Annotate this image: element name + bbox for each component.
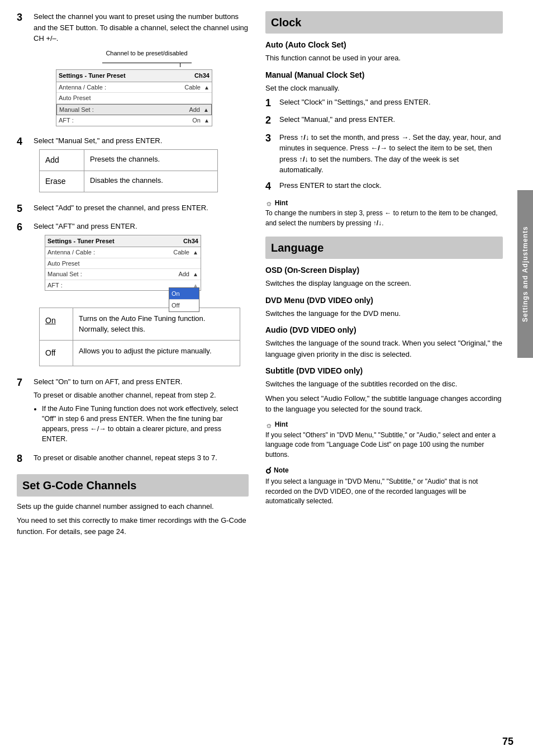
audio-header: Audio (DVD VIDEO only) [265,324,503,336]
page-number: 75 [502,736,513,748]
step-4-content: Select "Manual Set," and press ENTER. Ad… [34,135,249,197]
osd-desc: Switches the display language on the scr… [265,278,503,289]
step-8-text: To preset or disable another channel, re… [34,453,217,462]
step-3-number: 3 [17,11,34,24]
sidebar-tab: Settings and Adjustments [517,190,533,358]
step-5-number: 5 [17,202,34,215]
set-g-code-header: Set G-Code Channels [17,474,249,497]
set-g-code-body1: Sets up the guide channel number assigne… [17,501,249,512]
manual-clock-header: Manual (Manual Clock Set) [265,69,503,81]
option-desc-erase: Disables the channels. [84,171,217,192]
sb2-row-auto-preset: Auto Preset [45,258,201,270]
clock-step-3-num: 3 [265,132,279,145]
subtitle-header: Subtitle (DVD VIDEO only) [265,365,503,377]
settings-box-2: Settings - Tuner Preset Ch34 Antenna / C… [45,235,201,291]
settings-row-antenna: Antenna / Cable : Cable ▲ [56,82,212,93]
step-8-number: 8 [17,452,34,465]
step-7-text: Select "On" to turn on AFT, and press EN… [34,377,182,386]
clock-header: Clock [265,11,503,34]
option-key-add: Add [40,150,84,171]
clock-step-4: 4 Press ENTER to start the clock. [265,180,503,193]
language-hint: ☼ Hint If you select "Others" in "DVD Me… [265,419,503,460]
step-7: 7 Select "On" to turn on AFT, and press … [17,376,249,447]
clock-step-3: 3 Press ↑/↓ to set the month, and press … [265,132,503,176]
clock-step-1-num: 1 [265,97,279,110]
on-off-table: On Turns on the Auto Fine Tuning functio… [39,308,240,366]
hint-icon: ☼ [265,197,273,209]
settings-box-2-title: Settings - Tuner Preset Ch34 [45,235,201,248]
step-6-text: Select "AFT" and press ENTER. [34,222,137,230]
on-off-row-off: Off Allows you to adjust the picture man… [40,341,240,366]
clock-step-1-text: Select "Clock" in "Settings," and press … [279,97,503,108]
language-note-title: ☌ Note [265,464,503,477]
step-4: 4 Select "Manual Set," and press ENTER. … [17,135,249,197]
step-5: 5 Select "Add" to preset the channel, an… [17,202,249,215]
dvd-menu-desc: Switches the language for the DVD menu. [265,308,503,319]
step-8: 8 To preset or disable another channel, … [17,452,249,465]
sb2-row-manual-set: Manual Set : Add ▲ [45,269,201,280]
manual-clock-desc: Set the clock manually. [265,83,503,94]
step-4-text: Select "Manual Set," and press ENTER. [34,136,162,145]
channel-label: Channel to be preset/disabled [45,49,249,58]
step-7-content: Select "On" to turn on AFT, and press EN… [34,376,249,447]
step-7-number: 7 [17,376,34,389]
note-icon: ☌ [265,464,272,477]
step-8-content: To preset or disable another channel, re… [34,452,249,464]
settings-row-aft: AFT : On ▲ [56,115,212,126]
set-g-code-body2: You need to set this correctly to make t… [17,515,249,537]
step-5-content: Select "Add" to preset the channel, and … [34,202,249,214]
aft-option-off: Off [169,299,199,311]
sb2-row-aft: AFT : ▲ On Off ▼ [45,280,201,291]
auto-clock-header: Auto (Auto Clock Set) [265,39,503,51]
language-hint-title: ☼ Hint [265,419,503,431]
on-key: On [40,308,73,339]
option-row-add: Add Presets the channels. [40,150,217,171]
option-key-erase: Erase [40,171,84,192]
step-3-content: Select the channel you want to preset us… [34,11,249,130]
clock-step-3-text: Press ↑/↓ to set the month, and press →.… [279,132,503,176]
osd-header: OSD (On-Screen Display) [265,264,503,276]
channel-diagram: Channel to be preset/disabled Settings -… [45,49,249,126]
step-7-bullet-1: If the Auto Fine Tuning function does no… [42,404,249,445]
step-7-subtext: To preset or disable another channel, re… [34,390,249,401]
step-3: 3 Select the channel you want to preset … [17,11,249,130]
channel-line [45,59,249,67]
option-table: Add Presets the channels. Erase Disables… [39,149,218,192]
clock-hint-text: To change the numbers in step 3, press ←… [265,209,503,228]
clock-section: Clock Auto (Auto Clock Set) This functio… [265,11,503,228]
aft-option-on: On [169,288,199,300]
clock-step-2-num: 2 [265,114,279,127]
option-desc-add: Presets the channels. [84,150,217,171]
language-hint-text: If you select "Others" in "DVD Menu," "S… [265,431,503,460]
option-row-erase: Erase Disables the channels. [40,171,217,192]
audio-desc: Switches the language of the sound track… [265,338,503,360]
hint-icon-2: ☼ [265,419,273,431]
settings-box-1: Settings - Tuner Preset Ch34 Antenna / C… [56,69,212,126]
on-off-row-on: On Turns on the Auto Fine Tuning functio… [40,308,240,340]
clock-step-2-text: Select "Manual," and press ENTER. [279,114,503,125]
clock-step-4-text: Press ENTER to start the clock. [279,180,503,191]
auto-clock-desc: This function cannot be used in your are… [265,53,503,64]
language-note: ☌ Note If you select a language in "DVD … [265,464,503,506]
language-header: Language [265,237,503,259]
step-3-text: Select the channel you want to preset us… [34,12,248,42]
language-section: Language OSD (On-Screen Display) Switche… [265,237,503,506]
step-5-text: Select "Add" to preset the channel, and … [34,204,208,212]
subtitle-desc2: When you select "Audio Follow," the subt… [265,393,503,415]
settings-row-manual-set: Manual Set : Add ▲ [56,104,212,116]
step-6: 6 Select "AFT" and press ENTER. Settings… [17,221,249,370]
off-key: Off [40,341,73,366]
clock-step-2: 2 Select "Manual," and press ENTER. [265,114,503,127]
sb2-row-antenna: Antenna / Cable : Cable ▲ [45,247,201,258]
on-desc: Turns on the Auto Fine Tuning function. … [73,308,240,339]
language-note-text: If you select a language in "DVD Menu," … [265,477,503,506]
settings-box-1-title: Settings - Tuner Preset Ch34 [56,70,212,82]
settings-row-auto-preset: Auto Preset [56,93,212,104]
dvd-menu-header: DVD Menu (DVD VIDEO only) [265,295,503,306]
off-desc: Allows you to adjust the picture manuall… [73,341,240,366]
step-6-content: Select "AFT" and press ENTER. Settings -… [34,221,249,370]
step-7-bullets: If the Auto Fine Tuning function does no… [34,404,249,445]
clock-hint-title: ☼ Hint [265,197,503,209]
clock-step-4-num: 4 [265,180,279,193]
set-g-code-section: Set G-Code Channels Sets up the guide ch… [17,474,249,537]
